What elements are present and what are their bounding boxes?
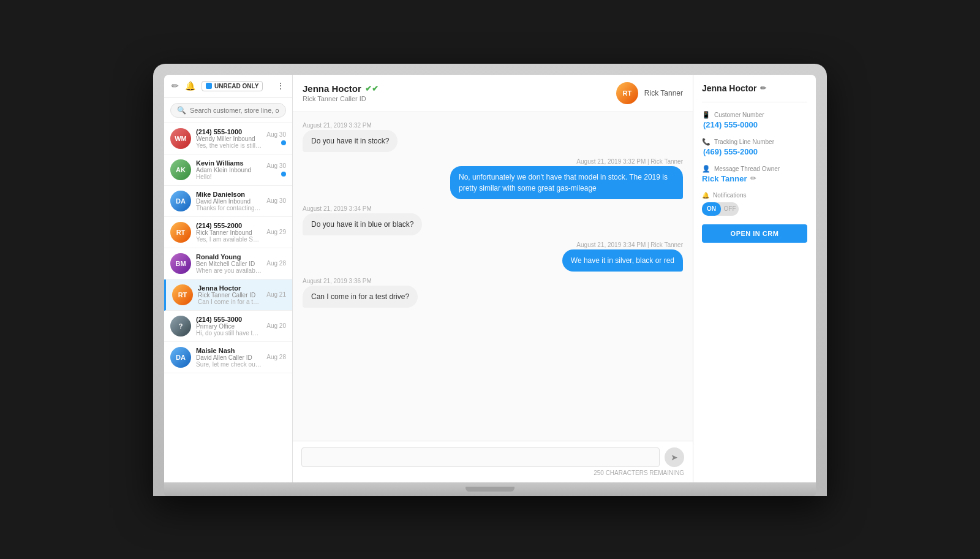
conversation-item[interactable]: RT (214) 555-2000 Rick Tanner Inbound Ye… bbox=[164, 217, 292, 248]
conversation-item[interactable]: WM (214) 555-1000 Wendy Miller Inbound Y… bbox=[164, 123, 292, 154]
conversation-item[interactable]: AK Kevin Williams Adam Klein Inbound Hel… bbox=[164, 154, 292, 186]
conv-name: (214) 555-1000 bbox=[196, 128, 262, 135]
conversation-list: WM (214) 555-1000 Wendy Miller Inbound Y… bbox=[164, 123, 292, 482]
conv-date: Aug 28 bbox=[266, 260, 286, 267]
conv-info: Maisie Nash David Allen Caller ID Sure, … bbox=[196, 347, 262, 368]
notifications-row: 🔔 Notifications ON OFF bbox=[702, 192, 807, 216]
avatar: WM bbox=[170, 128, 191, 149]
unread-badge-square bbox=[206, 83, 212, 89]
avatar-initials: AK bbox=[176, 166, 186, 173]
unread-only-toggle[interactable]: UNREAD ONLY bbox=[202, 81, 263, 91]
notifications-toggle[interactable]: ON OFF bbox=[702, 202, 739, 216]
message-timestamp: August 21, 2019 3:34 PM bbox=[303, 205, 422, 212]
toggle-on-label: ON bbox=[702, 202, 721, 216]
message-timestamp: August 21, 2019 3:36 PM bbox=[303, 278, 418, 284]
toggle-off-label: OFF bbox=[721, 205, 739, 212]
chat-input-area: ➤ 250 CHARACTERS REMAINING bbox=[293, 441, 693, 482]
search-input-wrap[interactable]: 🔍 bbox=[170, 103, 286, 118]
search-input[interactable] bbox=[190, 107, 279, 114]
message-input[interactable] bbox=[301, 447, 660, 467]
agent-avatar: RT bbox=[616, 82, 638, 104]
bell-icon[interactable]: 🔔 bbox=[185, 81, 195, 91]
conv-date: Aug 30 bbox=[266, 162, 286, 169]
conv-info: Kevin Williams Adam Klein Inbound Hello! bbox=[196, 159, 262, 180]
conv-preview: Can I come in for a test drive? bbox=[198, 299, 262, 305]
bubble-text: Can I come in for a test drive? bbox=[303, 286, 418, 308]
conv-name: (214) 555-3000 bbox=[196, 316, 262, 323]
conversation-item[interactable]: BM Ronald Young Ben Mitchell Caller ID W… bbox=[164, 248, 292, 280]
conv-meta: Aug 20 bbox=[266, 322, 286, 329]
open-crm-button[interactable]: OPEN IN CRM bbox=[702, 224, 807, 243]
conv-sub: Rick Tanner Inbound bbox=[196, 229, 262, 236]
conv-info: Ronald Young Ben Mitchell Caller ID When… bbox=[196, 253, 262, 274]
search-icon: 🔍 bbox=[177, 106, 186, 115]
avatar-initials: RT bbox=[178, 291, 187, 299]
conv-meta: Aug 30 bbox=[266, 197, 286, 204]
sidebar: ✏ 🔔 UNREAD ONLY ⋮ 🔍 WM bbox=[164, 75, 293, 482]
chat-header-left: Jenna Hoctor ✔✔ Rick Tanner Caller ID bbox=[303, 83, 379, 102]
avatar-initials: DA bbox=[176, 197, 186, 205]
verified-icon: ✔✔ bbox=[365, 84, 379, 93]
conv-date: Aug 20 bbox=[266, 322, 286, 329]
conv-name: Ronald Young bbox=[196, 253, 262, 260]
compose-icon[interactable]: ✏ bbox=[172, 81, 179, 91]
conv-date: Aug 29 bbox=[266, 229, 286, 235]
message-bubble: August 21, 2019 3:32 PM Do you have it i… bbox=[303, 122, 398, 152]
conv-meta: Aug 29 bbox=[266, 229, 286, 235]
avatar: RT bbox=[170, 222, 191, 243]
conv-info: (214) 555-2000 Rick Tanner Inbound Yes, … bbox=[196, 222, 262, 243]
thread-owner-row: Rick Tanner ✏ bbox=[702, 174, 807, 183]
conv-info: Jenna Hoctor Rick Tanner Caller ID Can I… bbox=[198, 284, 262, 305]
conv-date: Aug 30 bbox=[266, 197, 286, 204]
panel-divider-1 bbox=[702, 102, 807, 102]
message-bubble: August 21, 2019 3:34 PM | Rick Tanner We… bbox=[562, 241, 683, 272]
conversation-item[interactable]: RT Jenna Hoctor Rick Tanner Caller ID Ca… bbox=[164, 280, 292, 311]
conv-preview: When are you available to come in... bbox=[196, 267, 262, 274]
panel-title: Jenna Hoctor ✏ bbox=[702, 83, 807, 93]
panel-contact-name: Jenna Hoctor bbox=[702, 83, 756, 93]
chat-subtitle: Rick Tanner Caller ID bbox=[303, 95, 379, 102]
panel-edit-icon[interactable]: ✏ bbox=[760, 84, 766, 93]
message-timestamp: August 21, 2019 3:34 PM | Rick Tanner bbox=[562, 241, 683, 248]
avatar: BM bbox=[170, 253, 191, 274]
bubble-text: No, unfortunately we don't have that mod… bbox=[450, 166, 683, 199]
customer-number-field: 📱 Customer Number (214) 555-0000 bbox=[702, 111, 807, 129]
message-timestamp: August 21, 2019 3:32 PM | Rick Tanner bbox=[450, 158, 683, 165]
conv-meta: Aug 28 bbox=[266, 354, 286, 360]
thread-owner-label: 👤 Message Thread Owner bbox=[702, 165, 807, 173]
conv-name: Kevin Williams bbox=[196, 159, 262, 167]
conv-preview: Sure, let me check our inventory bbox=[196, 361, 262, 368]
avatar: AK bbox=[170, 159, 191, 180]
conversation-item[interactable]: ? (214) 555-3000 Primary Office Hi, do y… bbox=[164, 311, 292, 342]
conv-date: Aug 21 bbox=[266, 291, 286, 298]
message-bubble: August 21, 2019 3:32 PM | Rick Tanner No… bbox=[450, 158, 683, 199]
send-button[interactable]: ➤ bbox=[665, 447, 684, 467]
avatar: RT bbox=[172, 284, 193, 305]
conv-info: Mike Danielson David Allen Inbound Thank… bbox=[196, 191, 262, 211]
chat-input-row: ➤ bbox=[301, 447, 684, 467]
conv-sub: David Allen Caller ID bbox=[196, 354, 262, 361]
phone-icon-2: 📞 bbox=[702, 138, 710, 146]
conversation-item[interactable]: DA Mike Danielson David Allen Inbound Th… bbox=[164, 186, 292, 217]
chat-area: Jenna Hoctor ✔✔ Rick Tanner Caller ID RT… bbox=[293, 75, 693, 482]
conv-preview: Thanks for contacting Ford of Willi... bbox=[196, 205, 262, 211]
agent-initials: RT bbox=[623, 89, 632, 97]
unread-dot bbox=[281, 172, 286, 177]
avatar: ? bbox=[170, 316, 191, 337]
bubble-text: We have it in silver, black or red bbox=[562, 249, 683, 272]
conv-sub: David Allen Inbound bbox=[196, 198, 262, 205]
menu-icon[interactable]: ⋮ bbox=[276, 81, 285, 91]
conv-meta: Aug 21 bbox=[266, 291, 286, 298]
conv-date: Aug 28 bbox=[266, 354, 286, 360]
contact-name: Jenna Hoctor bbox=[303, 83, 361, 94]
avatar: DA bbox=[170, 191, 191, 211]
tracking-line-field: 📞 Tracking Line Number (469) 555-2000 bbox=[702, 138, 807, 156]
owner-edit-icon[interactable]: ✏ bbox=[750, 174, 756, 183]
notifications-label: 🔔 Notifications bbox=[702, 192, 807, 199]
avatar-initials: RT bbox=[176, 229, 186, 236]
avatar-initials: WM bbox=[175, 135, 187, 142]
laptop-notch bbox=[466, 487, 514, 492]
agent-name: Rick Tanner bbox=[644, 89, 683, 97]
conversation-item[interactable]: DA Maisie Nash David Allen Caller ID Sur… bbox=[164, 342, 292, 373]
chat-messages: August 21, 2019 3:32 PM Do you have it i… bbox=[293, 112, 693, 441]
